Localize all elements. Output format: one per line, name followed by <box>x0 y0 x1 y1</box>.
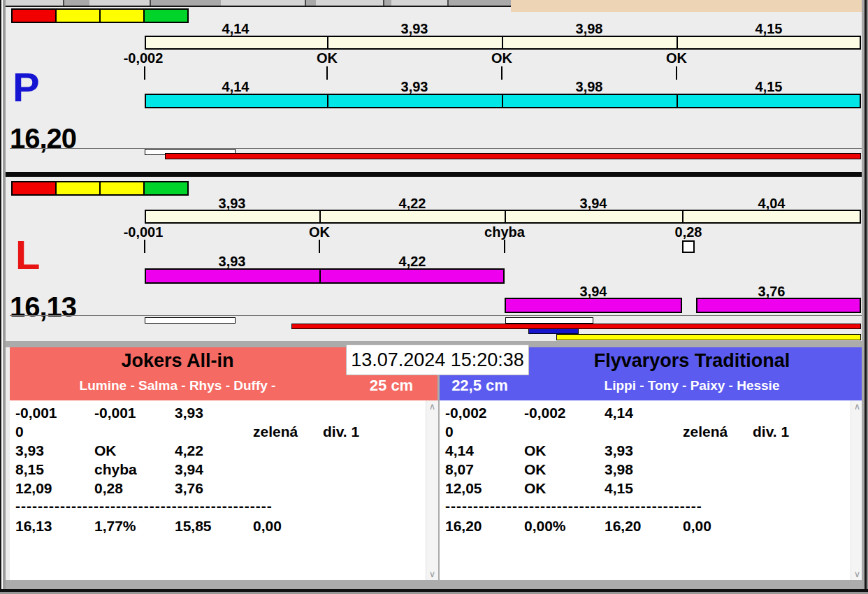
tick-mark <box>326 66 328 80</box>
tick-mark <box>504 240 505 253</box>
lane-p-start-check: -0,002 <box>124 51 164 65</box>
traffic-green-segment <box>145 10 187 22</box>
table-total-cell: 15,85 <box>175 519 212 533</box>
toolbar-fragment <box>89 0 151 6</box>
table-cell: 4,15 <box>605 481 633 495</box>
table-total-cell: 0,00% <box>524 519 566 533</box>
tick-mark <box>676 66 677 80</box>
toolbar-fragment <box>6 0 64 6</box>
table-cell: 4,22 <box>175 443 203 458</box>
bar-divider <box>502 36 503 50</box>
table-cell: 4,14 <box>605 405 633 420</box>
table-cell: -0,001 <box>94 405 136 420</box>
left-table-scrollbar[interactable]: ∧ ∨ <box>426 400 438 580</box>
table-cell: OK <box>524 481 547 495</box>
scroll-down-icon[interactable]: ∨ <box>426 568 438 580</box>
lane-p-exchange-check: OK <box>491 51 512 65</box>
left-team-distance: 25 cm <box>353 378 430 393</box>
lane-l-actual-split: 3,93 <box>219 254 246 268</box>
lane-l-blue-progress-bar <box>528 328 579 334</box>
lane-l-actual-bar-third <box>696 298 861 313</box>
lane-l-plan-bar <box>145 210 861 224</box>
lane-l-exchange-check: chyba <box>484 225 525 239</box>
lane-l-actual-split: 3,76 <box>758 284 786 298</box>
table-cell: 8,07 <box>445 462 474 477</box>
traffic-yellow-segment <box>57 10 101 22</box>
lane-l-traffic-light-bar <box>11 181 189 196</box>
table-separator: ----------------------------------------… <box>15 498 273 513</box>
background-window-area <box>511 0 865 12</box>
lane-p-planned-split: 4,14 <box>222 22 249 36</box>
lane-p-planned-split: 3,93 <box>401 22 428 36</box>
table-cell: 3,93 <box>605 443 633 458</box>
toolbar-underline <box>3 6 511 7</box>
lane-p-actual-split: 4,15 <box>755 80 783 94</box>
bar-divider <box>677 36 678 50</box>
lane-l-penalty-value: 0,28 <box>675 225 702 239</box>
lane-p-exchange-check: OK <box>317 51 338 65</box>
datetime-display: 13.07.2024 15:20:38 <box>346 345 529 375</box>
lane-p-planned-split: 3,98 <box>576 22 603 36</box>
table-total-cell: 1,77% <box>94 519 136 533</box>
table-total-cell: 0,00 <box>253 519 282 533</box>
table-total-cell: 16,20 <box>605 519 642 533</box>
lane-l-actual-split: 3,94 <box>580 284 607 298</box>
traffic-yellow-segment <box>101 182 145 194</box>
progress-baseline <box>10 315 862 316</box>
lane-l-white-marker-bar <box>145 317 236 324</box>
traffic-yellow-segment <box>101 10 145 22</box>
table-cell: 12,09 <box>15 481 52 495</box>
table-cell: -0,002 <box>524 405 566 420</box>
table-total-cell: 16,20 <box>445 519 482 533</box>
lane-l-total-time: 16,13 <box>10 293 76 321</box>
right-team-distance: 22,5 cm <box>440 378 520 393</box>
table-cell: 4,14 <box>445 443 474 458</box>
left-team-members: Lumine - Salma - Rhys - Duffy - <box>10 379 345 392</box>
lane-l-label: L <box>15 235 40 275</box>
table-cell: 3,94 <box>175 462 203 477</box>
table-cell: OK <box>94 443 117 458</box>
traffic-green-segment <box>145 182 187 194</box>
table-cell: chyba <box>94 462 137 477</box>
table-cell: 3,93 <box>175 405 203 420</box>
table-separator: ----------------------------------------… <box>445 498 702 513</box>
tick-mark <box>501 66 502 80</box>
table-cell: 3,98 <box>605 462 633 477</box>
table-cell: div. 1 <box>323 424 359 439</box>
lane-l-actual-bar-second <box>505 298 682 313</box>
bar-divider <box>319 268 321 284</box>
table-cell: -0,001 <box>15 405 57 420</box>
toolbar-fragment <box>391 0 449 6</box>
lane-p-plan-bar <box>145 36 861 50</box>
lane-l-yellow-progress-bar <box>556 334 861 340</box>
lane-l-actual-bar-first <box>145 268 505 284</box>
right-results-panel <box>440 400 862 580</box>
bar-divider <box>502 94 503 108</box>
table-cell: 12,05 <box>445 481 482 495</box>
lane-p-red-progress-bar <box>165 153 861 159</box>
bar-divider <box>327 94 328 108</box>
bar-divider <box>677 94 678 108</box>
tick-mark <box>319 240 320 253</box>
left-team-name: Jokers All-in <box>10 352 345 370</box>
scroll-up-icon[interactable]: ∧ <box>426 400 438 412</box>
table-cell: 3,93 <box>15 443 44 458</box>
traffic-yellow-segment <box>57 182 101 194</box>
window-border-left-gray <box>3 0 6 594</box>
tick-mark <box>144 240 145 253</box>
table-cell: -0,002 <box>445 405 487 420</box>
bar-divider <box>327 36 328 50</box>
toolbar-fragment <box>316 0 384 6</box>
table-cell: zelená <box>683 424 728 439</box>
bar-divider <box>505 210 506 224</box>
lane-l-white-marker-bar-2 <box>505 317 593 324</box>
lane-l-start-check: -0,001 <box>124 225 164 239</box>
penalty-checkbox[interactable] <box>682 240 695 253</box>
table-cell: 0 <box>15 424 24 439</box>
lane-p-traffic-light-bar <box>11 8 189 23</box>
lane-l-planned-split: 3,94 <box>580 196 607 210</box>
window-bottom-gray <box>6 580 862 589</box>
lane-l-planned-split: 3,93 <box>219 196 246 210</box>
lane-p-actual-split: 3,93 <box>401 80 428 94</box>
lane-l-actual-split: 4,22 <box>399 254 426 268</box>
